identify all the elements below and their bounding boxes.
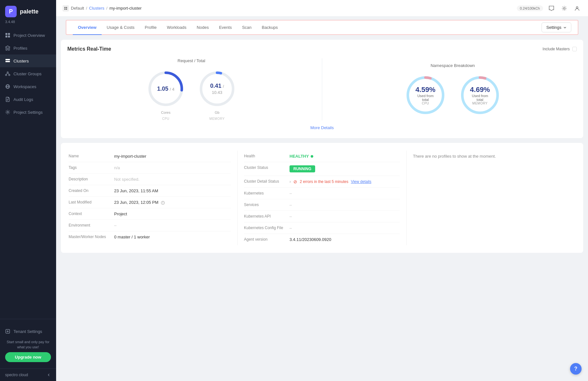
sidebar-item-tenant-settings[interactable]: Tenant Settings <box>5 326 51 337</box>
tab-scan[interactable]: Scan <box>237 21 257 35</box>
svg-point-38 <box>163 202 163 202</box>
sidebar-item-audit-logs[interactable]: Audit Logs <box>0 93 56 106</box>
environment-value: – <box>114 223 116 228</box>
gear-icon <box>5 110 10 115</box>
k8s-config-value: – <box>290 226 292 230</box>
services-label: Services <box>244 203 286 207</box>
svg-line-12 <box>8 73 9 74</box>
svg-point-26 <box>563 7 565 9</box>
upgrade-text: Start small and only pay for what you us… <box>5 337 51 352</box>
tab-overview[interactable]: Overview <box>73 21 102 35</box>
info-row-nodes: Master/Worker Nodes 0 master / 1 worker <box>69 231 231 243</box>
metrics-title: Metrics Real-Time <box>67 46 111 52</box>
agent-label: Agent version <box>244 237 286 242</box>
sidebar-item-project-overview[interactable]: Project Overview <box>0 29 56 42</box>
info-row-tags: Tags n/a <box>69 162 231 174</box>
tab-usage-costs[interactable]: Usage & Costs <box>102 21 140 35</box>
no-profiles-text: There are no profiles to show at the mom… <box>413 151 575 162</box>
health-value: HEALTHY <box>290 154 309 159</box>
tenant-icon <box>5 329 10 334</box>
metrics-body: Request / Total 1.05 / <box>67 58 577 120</box>
sidebar-spectro: spectro cloud <box>0 369 56 381</box>
chat-icon[interactable] <box>547 4 556 13</box>
ns-cpu-value: 4.59% <box>415 85 436 94</box>
server-icon <box>5 58 10 63</box>
topbar: Default / Clusters / my-import-cluster 0… <box>56 0 588 17</box>
cpu-gauge: 1.05 / 4 <box>147 70 185 108</box>
info-row-health: Health HEALTHY <box>244 151 400 162</box>
file-icon <box>5 97 10 102</box>
tab-nodes[interactable]: Nodes <box>192 21 214 35</box>
memory-gauge-text: 0.41 / 10.43 <box>207 83 227 95</box>
user-icon[interactable] <box>573 4 582 13</box>
cpu-total: / 4 <box>170 87 174 92</box>
info-row-created: Created On 23 Jun, 2023, 11:55 AM <box>69 185 231 197</box>
cluster-name-breadcrumb: my-import-cluster <box>109 6 141 11</box>
sidebar-item-profiles[interactable]: Profiles <box>0 42 56 54</box>
grid-icon <box>5 33 10 38</box>
sidebar: P palette 3.4.48 Project Overview Profil… <box>0 0 56 381</box>
sidebar-item-workspaces[interactable]: Workspaces <box>0 80 56 93</box>
tab-workloads[interactable]: Workloads <box>162 21 191 35</box>
sidebar-item-label: Clusters <box>13 59 29 63</box>
upgrade-now-button[interactable]: Upgrade now <box>5 352 51 362</box>
tab-profile[interactable]: Profile <box>140 21 162 35</box>
sidebar-item-clusters[interactable]: Clusters <box>0 54 56 67</box>
namespace-gauges: 4.59% Used from total CPU <box>405 74 501 116</box>
name-value: my-import-cluster <box>114 154 146 159</box>
sidebar-item-label: Audit Logs <box>13 97 33 102</box>
cpu-gauge-text: 1.05 / 4 <box>157 86 174 92</box>
sidebar-item-project-settings[interactable]: Project Settings <box>0 106 56 119</box>
view-details-link[interactable]: View details <box>351 179 371 184</box>
nodes-label: Master/Worker Nodes <box>69 235 110 239</box>
svg-rect-25 <box>66 8 67 9</box>
cpu-value: 1.05 <box>157 86 168 92</box>
info-row-agent: Agent version 3.4.11/20230609.0920 <box>244 234 400 245</box>
info-row-k8s-config: Kubernetes Config File – <box>244 222 400 234</box>
info-row-description: Description Not specified. <box>69 174 231 185</box>
help-button[interactable]: ? <box>570 363 582 375</box>
clusters-breadcrumb[interactable]: Clusters <box>89 6 105 11</box>
ns-cpu-gauge: 4.59% Used from total CPU <box>405 74 446 116</box>
include-masters-label: Include Masters <box>542 47 570 51</box>
nodes-value: 0 master / 1 worker <box>114 235 150 239</box>
chevron-left-icon[interactable] <box>46 373 51 377</box>
k8s-api-value: – <box>290 214 292 219</box>
svg-point-27 <box>576 6 578 8</box>
errors-text: 2 errors in the last 5 minutes <box>300 179 348 184</box>
modified-value: 23 Jun, 2023, 12:05 PM <box>114 200 165 205</box>
globe-icon <box>5 84 10 89</box>
services-value: – <box>290 203 292 207</box>
info-row-k8s-api: Kubernetes API – <box>244 211 400 222</box>
health-dot <box>311 155 313 158</box>
k8s-api-label: Kubernetes API <box>244 214 286 219</box>
sidebar-nav: Project Overview Profiles Clusters Clust… <box>0 29 56 316</box>
error-icon: ⊘ <box>293 179 297 184</box>
sidebar-item-label: Cluster Groups <box>13 71 41 76</box>
sidebar-item-label: Project Settings <box>13 110 43 115</box>
tab-settings-area: Settings <box>542 22 571 32</box>
status-label: Cluster Status <box>244 165 286 170</box>
sidebar-item-cluster-groups[interactable]: Cluster Groups <box>0 67 56 80</box>
settings-icon[interactable] <box>560 4 569 13</box>
ns-cpu-text: 4.59% Used from total CPU <box>415 85 436 105</box>
sidebar-bottom: Tenant Settings Start small and only pay… <box>0 322 56 366</box>
workspace-label: Default <box>71 6 84 11</box>
svg-rect-1 <box>8 33 10 35</box>
ns-memory-sublabel: MEMORY <box>470 101 491 105</box>
tab-events[interactable]: Events <box>214 21 237 35</box>
svg-point-8 <box>7 72 8 73</box>
health-label: Health <box>244 154 286 158</box>
memory-label: MEMORY <box>209 117 225 120</box>
info-grid: Name my-import-cluster Tags n/a Descript… <box>69 151 575 245</box>
more-details-link[interactable]: More Details <box>67 120 577 132</box>
environment-label: Environment <box>69 223 110 228</box>
settings-button[interactable]: Settings <box>542 22 571 32</box>
svg-point-18 <box>7 112 9 113</box>
cpu-gauge-container: 1.05 / 4 Cores CPU <box>147 70 185 120</box>
description-label: Description <box>69 177 110 181</box>
sidebar-item-label: Profiles <box>13 46 27 51</box>
include-masters-checkbox[interactable] <box>572 47 577 51</box>
memory-gauge: 0.41 / 10.43 <box>198 70 236 108</box>
tab-backups[interactable]: Backups <box>257 21 283 35</box>
